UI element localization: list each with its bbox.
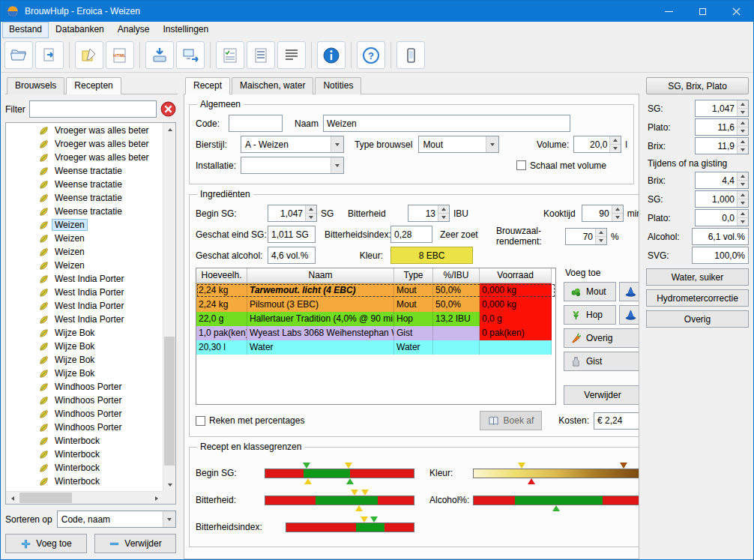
tree-item[interactable]: Vroeger was alles beter <box>6 124 163 137</box>
tree-horizontal-scrollbar[interactable] <box>6 491 163 504</box>
menu-item-databanken[interactable]: Databanken <box>49 22 111 38</box>
tree-item[interactable]: West India Porter <box>6 272 163 286</box>
tab-recepten[interactable]: Recepten <box>66 77 121 94</box>
tree-item[interactable]: West India Porter <box>6 286 163 299</box>
begin-sg-spinner[interactable]: 1,047 <box>268 205 317 222</box>
bitterheid-spinner[interactable]: 13 <box>408 205 450 222</box>
tree-item[interactable]: Winterbock <box>6 448 163 461</box>
spin-down-button[interactable] <box>305 213 316 221</box>
spin-down-button[interactable] <box>737 199 748 207</box>
right-field-spinner[interactable]: 11,9 <box>695 137 749 154</box>
mout-wizard-button[interactable] <box>619 282 639 301</box>
html-export-button[interactable]: HTML <box>106 41 134 69</box>
installatie-select[interactable] <box>241 157 344 174</box>
menu-item-instellingen[interactable]: Instellingen <box>156 22 215 38</box>
tree-item[interactable]: Wijze Bok <box>6 340 163 353</box>
right-field-spinner[interactable]: 11,6 <box>695 118 749 136</box>
scroll-up-button[interactable] <box>163 123 176 136</box>
water-suiker-button[interactable]: Water, suiker <box>646 268 749 286</box>
add-hop-button[interactable]: Hop <box>564 305 616 325</box>
spin-down-button[interactable] <box>737 145 748 154</box>
tree-item[interactable]: Windhoos Porter <box>6 394 163 407</box>
filter-input[interactable] <box>29 100 157 118</box>
tab-notities[interactable]: Notities <box>315 77 361 94</box>
tree-item[interactable]: Weizen <box>6 218 163 232</box>
horizontal-scrollbar-thumb[interactable] <box>19 493 72 503</box>
checklist-button[interactable] <box>216 41 244 69</box>
reken-met-percentages-checkbox[interactable] <box>196 416 205 426</box>
ingredient-table[interactable]: Hoeveelh.NaamType%/IBUVoorraad 2,24 kgTa… <box>196 268 556 405</box>
tree-item[interactable]: Wijze Bok <box>6 326 163 340</box>
mobile-device-button[interactable] <box>396 41 425 69</box>
tree-item[interactable]: Weizen <box>6 232 163 245</box>
text-document-button[interactable] <box>277 41 306 69</box>
menu-item-analyse[interactable]: Analyse <box>111 22 157 38</box>
table-column-header[interactable]: %/IBU <box>433 268 480 283</box>
tab-brouwsels[interactable]: Brouwsels <box>7 77 64 94</box>
remove-recipe-button[interactable]: Verwijder <box>94 534 176 553</box>
spin-up-button[interactable] <box>737 138 748 145</box>
maximize-button[interactable] <box>686 1 720 22</box>
table-row[interactable]: 20,30 lWaterWater <box>196 340 555 355</box>
right-field-spinner[interactable]: 1,000 <box>695 190 749 208</box>
tree-vertical-scrollbar[interactable] <box>163 123 175 491</box>
menu-item-bestand[interactable]: Bestand <box>2 22 49 38</box>
tree-item[interactable]: Winterbock <box>6 461 163 475</box>
scroll-left-button[interactable] <box>6 492 19 505</box>
chevron-down-icon[interactable] <box>331 136 343 152</box>
sg-brix-plato-header[interactable]: SG, Brix, Plato <box>646 77 749 94</box>
tree-item[interactable]: Weizen <box>6 245 163 259</box>
tree-item[interactable]: Winterbock <box>6 434 163 448</box>
boek-af-button[interactable]: Boek af <box>480 411 543 430</box>
add-overig-button[interactable]: Overig <box>564 328 639 348</box>
spin-up-button[interactable] <box>612 205 623 213</box>
tab-recept[interactable]: Recept <box>185 77 230 94</box>
filter-clear-button[interactable] <box>160 101 176 117</box>
tree-item[interactable]: Windhoos Porter <box>6 407 163 421</box>
table-row[interactable]: 2,24 kgTarwemout. licht (4 EBC)Mout50,0%… <box>196 283 555 298</box>
computer-export-button[interactable] <box>176 41 205 69</box>
import-document-button[interactable] <box>35 41 64 69</box>
tree-item[interactable]: Weense tractatie <box>6 178 163 191</box>
chevron-down-icon[interactable] <box>486 136 498 152</box>
hydrometercorrectie-button[interactable]: Hydrometercorrectie <box>646 289 749 307</box>
remove-ingredient-button[interactable]: Verwijder <box>564 385 639 405</box>
tree-item[interactable]: Windhoos Porter <box>6 421 163 434</box>
tree-item[interactable]: Weizen <box>6 259 163 272</box>
tree-item[interactable]: Wijze Bok <box>6 367 163 380</box>
table-column-header[interactable]: Naam <box>247 268 394 283</box>
tree-item[interactable]: Weense tractatie <box>6 191 163 205</box>
spin-down-button[interactable] <box>737 217 748 226</box>
type-brouwsel-select[interactable]: Mout <box>418 136 499 153</box>
tree-item[interactable]: Winterbock <box>6 475 163 488</box>
table-column-header[interactable]: Type <box>394 268 433 283</box>
spin-up-button[interactable] <box>438 205 449 213</box>
help-button[interactable]: ? <box>357 41 385 69</box>
sort-select[interactable]: Code, naam <box>57 511 176 528</box>
overig-button[interactable]: Overig <box>646 310 749 328</box>
bierstijl-select[interactable]: A - Weizen <box>241 136 344 153</box>
tree-item[interactable]: Vroeger was alles beter <box>6 137 163 151</box>
sticky-note-button[interactable] <box>75 41 103 69</box>
scroll-down-button[interactable] <box>163 478 176 491</box>
hop-wizard-button[interactable] <box>619 305 639 325</box>
spin-down-button[interactable] <box>612 213 623 221</box>
naam-input[interactable] <box>323 115 570 132</box>
code-input[interactable] <box>229 115 283 132</box>
chevron-down-icon[interactable] <box>163 511 175 527</box>
tree-item[interactable]: West India Porter <box>6 299 163 313</box>
tree-item[interactable]: Weense tractatie <box>6 205 163 218</box>
tree-item[interactable]: Vroeger was alles beter <box>6 151 163 164</box>
table-column-header[interactable]: Voorraad <box>480 268 552 283</box>
table-row[interactable]: 2,24 kgPilsmout (3 EBC)Mout50,0%0,000 kg <box>196 298 555 312</box>
volume-spinner[interactable]: 20,0 <box>573 136 621 153</box>
tree-item[interactable]: Weense tractatie <box>6 164 163 178</box>
minimize-button[interactable] <box>652 1 686 22</box>
spin-down-button[interactable] <box>595 236 606 244</box>
spin-up-button[interactable] <box>305 205 316 213</box>
add-recipe-button[interactable]: Voeg toe <box>5 534 87 553</box>
rendement-spinner[interactable]: 70 <box>565 228 607 245</box>
tree-item[interactable]: Windhoos Porter <box>6 380 163 394</box>
scroll-right-button[interactable] <box>150 492 163 505</box>
schaal-met-volume-checkbox[interactable] <box>516 160 526 170</box>
